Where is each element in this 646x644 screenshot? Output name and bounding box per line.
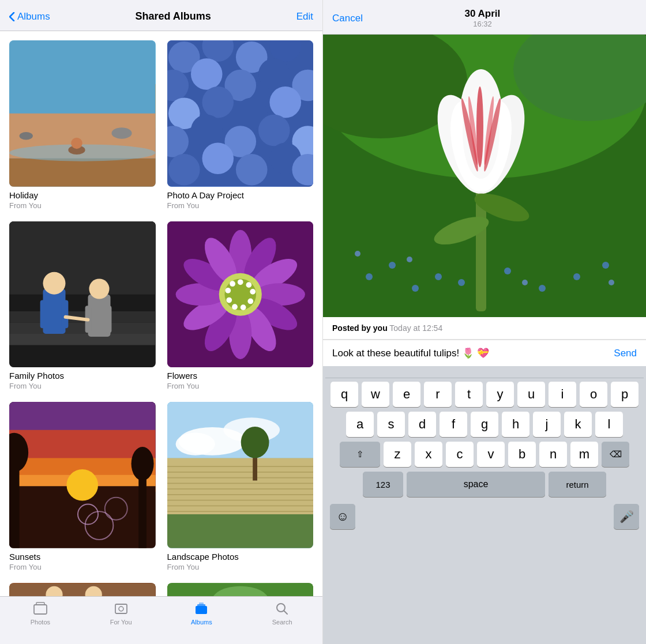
svg-rect-107 (34, 605, 47, 614)
svg-point-68 (225, 288, 231, 293)
key-v[interactable]: v (477, 442, 505, 467)
suggestion-bar (325, 371, 644, 378)
svg-point-121 (389, 262, 396, 269)
return-key[interactable]: return (549, 472, 606, 497)
album-sub-photo-a-day: From You (167, 201, 314, 210)
svg-point-130 (407, 257, 412, 262)
album-item-landscape[interactable]: Landscape Photos From You (167, 402, 314, 571)
album-thumb-landscape (167, 402, 314, 548)
svg-point-124 (458, 279, 465, 286)
send-button[interactable]: Send (614, 348, 637, 359)
tab-search[interactable]: Search (242, 601, 322, 632)
key-r[interactable]: r (424, 382, 452, 407)
key-j[interactable]: j (533, 412, 561, 437)
svg-point-61 (237, 279, 243, 285)
right-panel: Cancel 30 April 16:32 (323, 0, 646, 644)
key-s[interactable]: s (377, 412, 405, 437)
mic-button[interactable]: 🎤 (614, 504, 639, 529)
key-q[interactable]: q (330, 382, 358, 407)
space-key[interactable]: space (407, 472, 545, 497)
key-y[interactable]: y (486, 382, 514, 407)
album-item-photo-a-day[interactable]: Photo A Day Project From You (167, 40, 314, 210)
comment-text[interactable]: Look at these beautiful tulips! 🌷 💝 (332, 347, 607, 359)
svg-point-126 (539, 285, 546, 292)
keyboard-row-3: ⇧ z x c v b n m ⌫ (325, 442, 644, 467)
album-item-partial-2[interactable] (167, 583, 314, 597)
keyboard-row-1: q w e r t y u i o p (325, 382, 644, 407)
album-thumb-photo-a-day (167, 40, 314, 187)
tab-albums[interactable]: Albums (162, 601, 242, 632)
svg-point-65 (240, 304, 246, 310)
key-u[interactable]: u (517, 382, 545, 407)
album-thumb-holiday (9, 40, 156, 187)
key-k[interactable]: k (564, 412, 592, 437)
emoji-button[interactable]: ☺ (330, 504, 355, 529)
right-title-group: 30 April 16:32 (465, 8, 501, 28)
key-l[interactable]: l (595, 412, 623, 437)
key-c[interactable]: c (446, 442, 474, 467)
svg-point-38 (43, 272, 66, 294)
svg-point-120 (366, 273, 373, 280)
key-x[interactable]: x (415, 442, 442, 467)
key-p[interactable]: p (611, 382, 639, 407)
tab-photos-label: Photos (31, 619, 50, 626)
key-g[interactable]: g (471, 412, 498, 437)
svg-point-27 (168, 154, 200, 186)
key-o[interactable]: o (580, 382, 607, 407)
album-item-holiday[interactable]: Holiday From You (9, 40, 156, 210)
keyboard: q w e r t y u i o p a s d f g h j k l ⇧ … (323, 366, 646, 644)
key-a[interactable]: a (346, 412, 374, 437)
key-w[interactable]: w (362, 382, 389, 407)
key-m[interactable]: m (570, 442, 598, 467)
svg-rect-44 (106, 306, 112, 333)
key-e[interactable]: e (393, 382, 420, 407)
key-t[interactable]: t (455, 382, 483, 407)
svg-point-67 (226, 297, 232, 303)
numbers-key[interactable]: 123 (363, 472, 403, 497)
delete-key[interactable]: ⌫ (602, 442, 629, 467)
key-f[interactable]: f (440, 412, 467, 437)
svg-point-19 (202, 86, 234, 118)
album-sub-holiday: From You (9, 201, 156, 210)
key-z[interactable]: z (384, 442, 411, 467)
album-thumb-family-photos (9, 221, 156, 368)
album-item-partial-1[interactable] (9, 583, 156, 597)
album-sub-family-photos: From You (9, 382, 156, 390)
tab-photos[interactable]: Photos (0, 601, 81, 632)
svg-rect-102 (9, 583, 156, 596)
album-thumb-flowers (167, 221, 314, 368)
key-n[interactable]: n (539, 442, 567, 467)
partial-image-1 (9, 583, 156, 597)
svg-rect-36 (9, 311, 156, 323)
album-item-flowers[interactable]: Flowers From You (167, 221, 314, 391)
svg-point-5 (71, 138, 82, 149)
left-panel: Albums Shared Albums Edit (0, 0, 323, 644)
album-item-sunsets[interactable]: Sunsets From You (9, 402, 156, 571)
shift-key[interactable]: ⇧ (340, 442, 380, 467)
partial-image-2 (167, 583, 314, 597)
key-i[interactable]: i (549, 382, 576, 407)
svg-point-128 (602, 262, 609, 269)
key-d[interactable]: d (408, 412, 436, 437)
flowers-image (167, 221, 314, 368)
back-button[interactable]: Albums (9, 11, 50, 22)
cancel-button[interactable]: Cancel (332, 13, 363, 24)
key-h[interactable]: h (502, 412, 529, 437)
svg-point-63 (250, 289, 256, 295)
tab-for-you[interactable]: For You (81, 601, 162, 632)
holiday-image (9, 40, 156, 187)
svg-rect-109 (115, 604, 127, 613)
for-you-svg (114, 601, 129, 616)
svg-point-123 (435, 273, 442, 280)
album-sub-sunsets: From You (9, 563, 156, 571)
page-title: Shared Albums (136, 10, 211, 22)
tulip-photo (323, 35, 646, 317)
svg-point-122 (412, 285, 419, 292)
tab-bar: Photos For You Albums (0, 596, 322, 644)
posted-by-text: Posted by you Today at 12:54 (332, 323, 442, 333)
album-name-holiday: Holiday (9, 190, 156, 200)
svg-point-62 (246, 282, 251, 288)
key-b[interactable]: b (508, 442, 536, 467)
album-item-family-photos[interactable]: Family Photos From You (9, 221, 156, 391)
edit-button[interactable]: Edit (296, 11, 313, 22)
